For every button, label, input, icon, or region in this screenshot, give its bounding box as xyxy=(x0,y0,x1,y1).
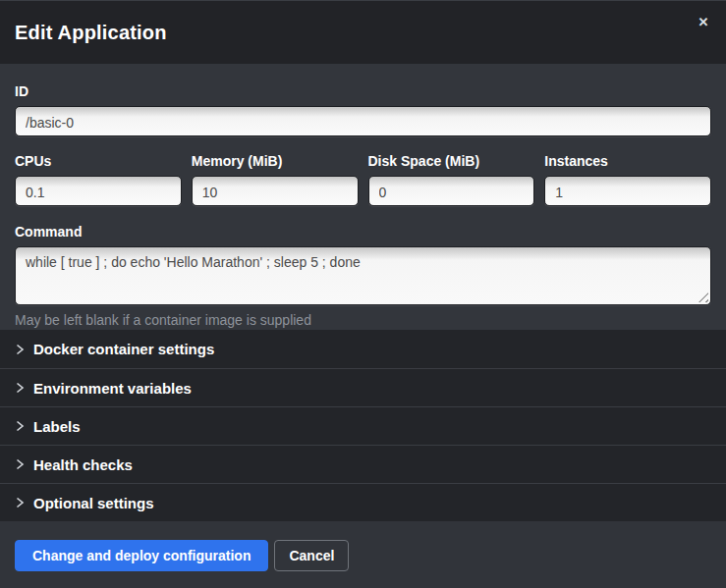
section-label: Labels xyxy=(33,418,81,435)
memory-label: Memory (MiB) xyxy=(192,153,359,169)
change-and-deploy-button[interactable]: Change and deploy configuration xyxy=(15,540,268,571)
section-labels[interactable]: Labels xyxy=(0,406,726,445)
disk-field-group: Disk Space (MiB) xyxy=(368,153,535,206)
chevron-right-icon xyxy=(15,420,25,432)
instances-label: Instances xyxy=(544,153,711,169)
id-field-group: ID xyxy=(15,83,711,136)
section-label: Docker container settings xyxy=(33,341,214,357)
command-field-group: Command while [ true ] ; do echo 'Hello … xyxy=(15,224,711,328)
close-icon: ✕ xyxy=(698,15,709,29)
application-form: ID CPUs Memory (MiB) Disk Space (MiB) In… xyxy=(0,64,726,330)
modal-footer: Change and deploy configuration Cancel xyxy=(0,521,726,588)
command-label: Command xyxy=(15,224,711,240)
cancel-button[interactable]: Cancel xyxy=(274,540,349,571)
resources-row: CPUs Memory (MiB) Disk Space (MiB) Insta… xyxy=(15,153,711,206)
command-help-text: May be left blank if a container image i… xyxy=(15,312,711,328)
chevron-right-icon xyxy=(15,497,25,508)
section-docker-container-settings[interactable]: Docker container settings xyxy=(0,330,726,368)
section-label: Environment variables xyxy=(33,380,192,397)
id-label: ID xyxy=(15,83,711,99)
page-title: Edit Application xyxy=(15,22,167,44)
cpus-field-group: CPUs xyxy=(15,153,182,206)
instances-input[interactable] xyxy=(544,176,711,206)
command-textarea[interactable]: while [ true ] ; do echo 'Hello Marathon… xyxy=(15,246,711,305)
memory-field-group: Memory (MiB) xyxy=(192,153,359,206)
disk-label: Disk Space (MiB) xyxy=(368,153,535,169)
memory-input[interactable] xyxy=(192,176,359,206)
cpus-input[interactable] xyxy=(15,176,182,206)
section-label: Optional settings xyxy=(33,495,154,511)
chevron-right-icon xyxy=(15,382,25,394)
chevron-right-icon xyxy=(15,458,25,470)
section-health-checks[interactable]: Health checks xyxy=(0,445,726,483)
section-environment-variables[interactable]: Environment variables xyxy=(0,368,726,406)
id-input[interactable] xyxy=(15,106,711,136)
instances-field-group: Instances xyxy=(544,153,711,206)
section-label: Health checks xyxy=(33,456,133,473)
disk-input[interactable] xyxy=(368,176,535,206)
chevron-right-icon xyxy=(15,344,25,355)
close-button[interactable]: ✕ xyxy=(694,13,713,32)
section-optional-settings[interactable]: Optional settings xyxy=(0,483,726,521)
accordion-sections: Docker container settings Environment va… xyxy=(0,330,726,521)
cpus-label: CPUs xyxy=(15,153,182,169)
modal-header: Edit Application ✕ xyxy=(0,1,726,64)
edit-application-modal: Edit Application ✕ ID CPUs Memory (MiB) … xyxy=(0,0,726,588)
